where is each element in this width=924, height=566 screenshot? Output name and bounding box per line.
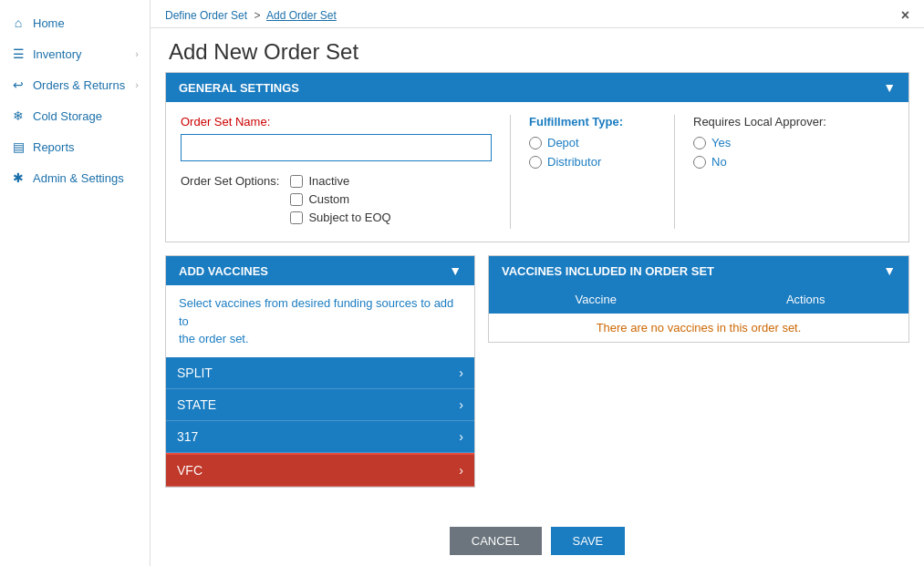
add-vaccines-desc-text: Select vaccines from desired funding sou… (179, 296, 453, 328)
chevron-right-icon: › (459, 429, 463, 444)
sidebar-item-label: Orders & Returns (33, 78, 128, 92)
dialog-body: GENERAL SETTINGS ▼ Order Set Name: Order… (151, 72, 924, 520)
breadcrumb-separator: > (254, 9, 260, 22)
lower-panels: ADD VACCINES ▼ Select vaccines from desi… (165, 255, 909, 500)
vfc-label: VFC (177, 463, 202, 478)
vaccines-table: Vaccine Actions There are no vaccines in… (489, 285, 908, 342)
inventory-icon: ☰ (11, 46, 26, 61)
custom-checkbox[interactable] (290, 193, 303, 206)
dialog-header: Define Order Set > Add Order Set × (151, 0, 924, 28)
eog-label: Subject to EOQ (308, 211, 390, 224)
save-button[interactable]: SAVE (551, 527, 626, 555)
distributor-radio[interactable] (529, 156, 542, 169)
add-vaccines-body: Select vaccines from desired funding sou… (166, 285, 474, 357)
eog-checkbox[interactable] (290, 211, 303, 224)
sidebar-item-label: Cold Storage (33, 109, 139, 123)
funding-source-317[interactable]: 317 › (166, 421, 474, 453)
yes-radio[interactable] (693, 137, 706, 149)
chevron-right-icon: › (135, 48, 139, 59)
close-button[interactable]: × (901, 7, 909, 24)
checkboxes-group: Inactive Custom Subject to (290, 174, 390, 229)
funding-source-state[interactable]: STATE › (166, 389, 474, 421)
home-icon: ⌂ (11, 15, 26, 30)
vaccines-in-order-set-panel: VACCINES INCLUDED IN ORDER SET ▼ Vaccine… (488, 255, 909, 500)
gs-right: Requires Local Approver: Yes No (675, 115, 894, 229)
actions-col-header: Actions (702, 285, 908, 314)
add-vaccines-header[interactable]: ADD VACCINES ▼ (166, 256, 474, 285)
sidebar-item-admin-settings[interactable]: ✱ Admin & Settings (0, 162, 150, 193)
sidebar: ⌂ Home ☰ Inventory › ↩ Orders & Returns … (0, 0, 151, 566)
radio-row-depot: Depot (529, 136, 656, 149)
dialog: Define Order Set > Add Order Set × Add N… (151, 0, 924, 566)
sidebar-item-label: Reports (33, 140, 139, 154)
page-title: Add New Order Set (151, 28, 924, 72)
main-area: Define Order Set > Add Order Set × Add N… (151, 0, 924, 566)
general-settings-grid: Order Set Name: Order Set Options: Inact… (181, 115, 894, 229)
breadcrumb-parent-link[interactable]: Define Order Set (165, 9, 247, 22)
orders-icon: ↩ (11, 77, 26, 92)
sidebar-item-orders-returns[interactable]: ↩ Orders & Returns › (0, 69, 150, 100)
breadcrumb-current: Add Order Set (266, 9, 337, 22)
checkbox-row-inactive: Inactive (290, 174, 390, 188)
dialog-footer: CANCEL SAVE (151, 520, 924, 566)
vaccine-col-header: Vaccine (489, 285, 702, 314)
order-set-options-label: Order Set Options: (181, 174, 279, 188)
vaccines-included-section: VACCINES INCLUDED IN ORDER SET ▼ Vaccine… (488, 255, 909, 343)
yes-label: Yes (711, 136, 731, 149)
radio-row-yes: Yes (693, 136, 876, 149)
general-settings-panel: GENERAL SETTINGS ▼ Order Set Name: Order… (165, 72, 909, 242)
general-settings-body: Order Set Name: Order Set Options: Inact… (166, 102, 908, 242)
no-radio[interactable] (693, 156, 706, 169)
funding-source-vfc[interactable]: VFC › (166, 453, 474, 487)
chevron-down-icon: ▼ (883, 80, 896, 95)
fulfillment-type-label: Fulfillment Type: (529, 115, 656, 129)
sidebar-item-reports[interactable]: ▤ Reports (0, 131, 150, 162)
chevron-down-icon: ▼ (883, 263, 896, 278)
cancel-button[interactable]: CANCEL (450, 527, 542, 555)
distributor-label: Distributor (547, 155, 601, 169)
vaccines-included-body: Vaccine Actions There are no vaccines in… (489, 285, 908, 342)
chevron-right-icon: › (459, 397, 463, 412)
requires-local-approver-label: Requires Local Approver: (693, 115, 876, 129)
reports-icon: ▤ (11, 139, 26, 154)
317-label: 317 (177, 429, 198, 444)
depot-radio[interactable] (529, 137, 542, 149)
inactive-label: Inactive (308, 174, 349, 188)
vaccines-included-title: VACCINES INCLUDED IN ORDER SET (502, 264, 714, 278)
sidebar-item-label: Inventory (33, 47, 128, 61)
cold-storage-icon: ❄ (11, 108, 26, 123)
add-vaccines-description: Select vaccines from desired funding sou… (166, 285, 474, 357)
chevron-right-icon: › (135, 79, 139, 90)
sidebar-item-inventory[interactable]: ☰ Inventory › (0, 38, 150, 69)
add-vaccines-desc-text2: the order set. (179, 332, 249, 345)
order-set-name-label: Order Set Name: (181, 115, 492, 129)
checkbox-row-custom: Custom (290, 192, 390, 206)
order-set-name-input[interactable] (181, 134, 492, 161)
checkbox-row-eog: Subject to EOQ (290, 211, 390, 224)
inactive-checkbox[interactable] (290, 175, 303, 188)
radio-row-no: No (693, 155, 876, 169)
vaccines-included-header[interactable]: VACCINES INCLUDED IN ORDER SET ▼ (489, 256, 908, 285)
no-label: No (711, 155, 727, 169)
add-vaccines-section: ADD VACCINES ▼ Select vaccines from desi… (165, 255, 475, 488)
chevron-down-icon: ▼ (449, 263, 462, 278)
sidebar-item-label: Home (33, 16, 139, 30)
funding-source-split[interactable]: SPLIT › (166, 357, 474, 389)
general-settings-title: GENERAL SETTINGS (179, 81, 299, 95)
sidebar-item-label: Admin & Settings (33, 171, 139, 185)
sidebar-item-home[interactable]: ⌂ Home (0, 7, 150, 38)
sidebar-item-cold-storage[interactable]: ❄ Cold Storage (0, 100, 150, 131)
add-vaccines-title: ADD VACCINES (179, 264, 268, 278)
order-set-options: Order Set Options: Inactive (181, 174, 492, 229)
state-label: STATE (177, 397, 216, 412)
admin-icon: ✱ (11, 170, 26, 185)
chevron-right-icon: › (459, 463, 463, 478)
depot-label: Depot (547, 136, 579, 149)
breadcrumb: Define Order Set > Add Order Set (165, 9, 337, 22)
empty-message-row: There are no vaccines in this order set. (489, 314, 908, 342)
general-settings-header[interactable]: GENERAL SETTINGS ▼ (166, 73, 908, 102)
split-label: SPLIT (177, 365, 213, 380)
custom-label: Custom (308, 192, 349, 206)
add-vaccines-panel: ADD VACCINES ▼ Select vaccines from desi… (165, 255, 475, 500)
radio-row-distributor: Distributor (529, 155, 656, 169)
